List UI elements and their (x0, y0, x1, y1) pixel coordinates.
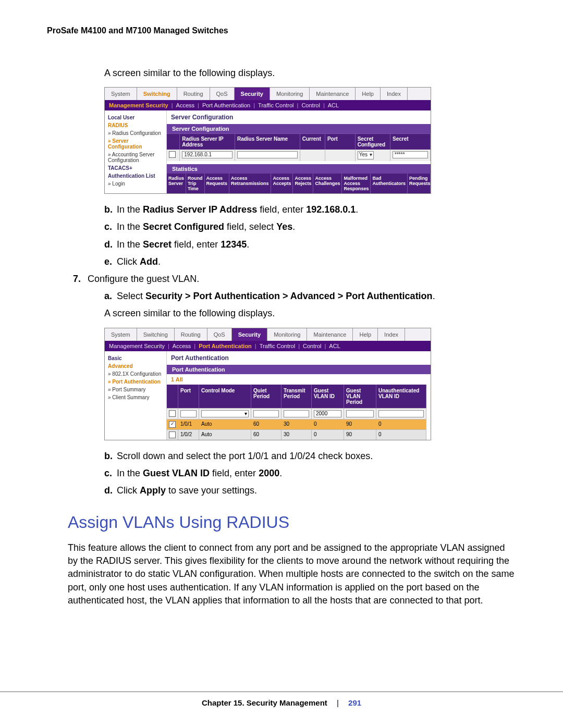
pa-cell: 0 (312, 429, 344, 440)
stat-col: Access Rejects (293, 174, 313, 193)
subnav-acl[interactable]: ACL (328, 102, 339, 108)
stat-col: Malformed Access Responses (342, 174, 371, 193)
instruction-step: b.Scroll down and select the port 1/0/1 … (104, 450, 516, 463)
page-footer: Chapter 15. Security Management | 291 (0, 692, 563, 707)
tab-monitoring[interactable]: Monitoring (270, 88, 310, 100)
subnav-port-authentication[interactable]: Port Authentication (202, 102, 250, 108)
stat-col: Access Accepts (271, 174, 293, 193)
cell[interactable] (300, 150, 325, 161)
pa-col: Unauthenticated VLAN ID (376, 385, 426, 408)
subnav-management-security[interactable]: Management Security (109, 102, 168, 108)
pa-col: Guest VLAN ID (312, 385, 344, 408)
tab-help[interactable]: Help (353, 328, 378, 341)
instruction-step: e.Click Add. (104, 255, 516, 268)
pa-cell[interactable] (167, 429, 178, 440)
cell[interactable] (235, 150, 300, 161)
sidebar-item[interactable]: Local User (107, 114, 164, 121)
sidebar-item[interactable]: » Port Summary (107, 386, 164, 393)
subnav-traffic-control[interactable]: Traffic Control (260, 343, 295, 349)
pa-cell[interactable] (167, 419, 178, 429)
col-header: Secret (390, 134, 431, 150)
sidebar-item[interactable]: » 802.1X Configuration (107, 370, 164, 378)
tab-routing[interactable]: Routing (177, 88, 210, 100)
band-port-auth: Port Authentication (167, 365, 431, 374)
cell[interactable]: 192.168.0.1 (180, 150, 235, 161)
tab-routing[interactable]: Routing (175, 328, 207, 341)
stat-col: Bad Authenticators (371, 174, 408, 193)
tab-system[interactable]: System (105, 88, 137, 100)
subnav-port-authentication[interactable]: Port Authentication (199, 343, 252, 349)
stat-col: Access Requests (205, 174, 230, 193)
subnav-control[interactable]: Control (303, 343, 321, 349)
col-header: Radius Server IP Address (180, 134, 235, 150)
sidebar-item[interactable]: » Accounting Server Configuration (107, 151, 164, 164)
tab-maintenance[interactable]: Maintenance (310, 88, 356, 100)
pa-col: Control Mode (199, 385, 251, 408)
instruction-step: d.Click Apply to save your settings. (104, 484, 516, 497)
tab-qos[interactable]: QoS (210, 88, 235, 100)
tab-maintenance[interactable]: Maintenance (307, 328, 353, 341)
sidebar-item[interactable]: TACACS+ (107, 164, 164, 172)
tab-security[interactable]: Security (232, 328, 267, 341)
tab-monitoring[interactable]: Monitoring (267, 328, 307, 341)
row-checkbox[interactable] (169, 151, 176, 158)
subnav-management-security[interactable]: Management Security (109, 343, 165, 349)
subnav-acl[interactable]: ACL (329, 343, 340, 349)
col-header: Port (325, 134, 356, 150)
cell[interactable]: Yes (356, 150, 390, 161)
cell[interactable] (325, 150, 356, 161)
pa-cell: 90 (344, 429, 376, 440)
screenshot-server-config: SystemSwitchingRoutingQoSSecurityMonitor… (104, 87, 431, 194)
pa-cell: Auto (199, 429, 251, 440)
screenshot-port-auth: SystemSwitchingRoutingQoSSecurityMonitor… (104, 328, 431, 440)
stat-col: Pending Requests (408, 174, 431, 193)
panel-title: Server Configuration (167, 110, 431, 124)
pa-col: Port (178, 385, 199, 408)
pa-col: Quiet Period (251, 385, 282, 408)
instruction-step: d.In the Secret field, enter 12345. (104, 238, 516, 251)
tab-qos[interactable]: QoS (207, 328, 232, 341)
row-checkbox[interactable] (169, 421, 176, 428)
subnav-access[interactable]: Access (176, 102, 194, 108)
row-checkbox[interactable] (169, 431, 176, 438)
tab-security[interactable]: Security (235, 88, 270, 100)
lead-text-1: A screen similar to the following displa… (104, 67, 516, 80)
subnav-control[interactable]: Control (301, 102, 320, 108)
sidebar-item[interactable]: RADIUS (107, 121, 164, 129)
pa-col: Guest VLAN Period (344, 385, 376, 408)
control-mode-select: ▾ (201, 410, 249, 417)
lead-text-2: A screen similar to the following displa… (104, 307, 516, 320)
col-header: Secret Configured (356, 134, 390, 150)
pa-cell: 30 (282, 429, 312, 440)
tab-switching[interactable]: Switching (137, 328, 175, 341)
step-7: 7.Configure the guest VLAN. (73, 273, 516, 286)
subnav-access[interactable]: Access (173, 343, 191, 349)
stat-col: Round Trip Time (186, 174, 205, 193)
pa-cell: 0 (312, 419, 344, 429)
band-server-config: Server Configuration (167, 124, 431, 133)
sidebar-item[interactable]: Basic (107, 354, 164, 362)
sidebar-item[interactable]: » Client Summary (107, 393, 164, 401)
sidebar-item[interactable]: » Radius Configuration (107, 129, 164, 137)
pa-col: Transmit Period (282, 385, 312, 408)
select-all-checkbox[interactable] (169, 410, 176, 417)
sidebar-item[interactable]: Authentication List (107, 172, 164, 180)
subnav-traffic-control[interactable]: Traffic Control (258, 102, 293, 108)
cell[interactable]: ***** (390, 150, 431, 161)
pa-cell: 1/0/1 (178, 419, 199, 429)
sidebar-item[interactable]: » Port Authentication (107, 378, 164, 386)
tab-index[interactable]: Index (381, 88, 408, 100)
instruction-step: c.In the Secret Configured field, select… (104, 220, 516, 233)
pa-cell: Auto (199, 419, 251, 429)
sidebar-item[interactable]: Advanced (107, 362, 164, 370)
group-all[interactable]: 1 All (167, 374, 431, 385)
tab-index[interactable]: Index (378, 328, 405, 341)
sidebar-item[interactable]: » Server Configuration (107, 137, 164, 151)
col-header: Current (300, 134, 325, 150)
tab-help[interactable]: Help (356, 88, 381, 100)
col-header: Radius Server Name (235, 134, 300, 150)
tab-switching[interactable]: Switching (137, 88, 177, 100)
stat-col: Access Challenges (313, 174, 342, 193)
tab-system[interactable]: System (105, 328, 137, 341)
sidebar-item[interactable]: » Login (107, 180, 164, 188)
